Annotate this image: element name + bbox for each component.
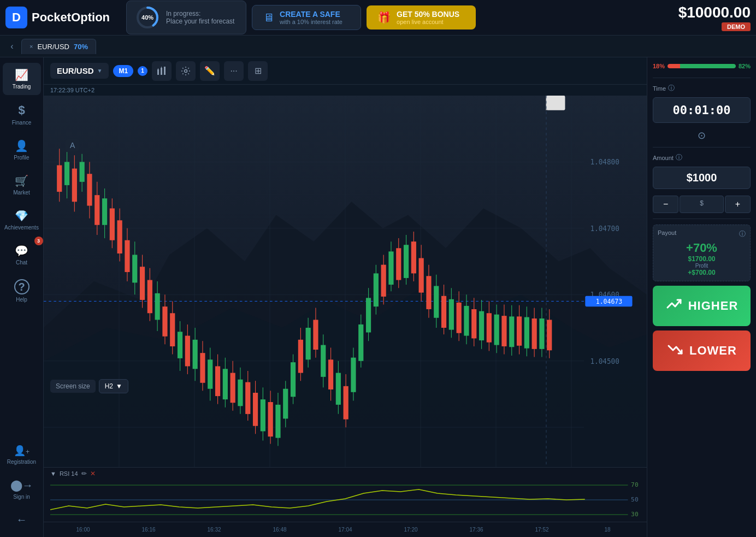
svg-rect-45	[132, 255, 137, 282]
payout-profit-value: +$700.00	[658, 269, 746, 276]
sidebar-item-registration[interactable]: 👤+ Registration	[3, 439, 41, 470]
sidebar-item-market[interactable]: 🛒 Market	[3, 169, 41, 201]
candlestick-chart: 1.04800 1.04700 1.04600 1.04500 1.04673	[44, 96, 647, 467]
tab-eurusd[interactable]: × EUR/USD 70%	[21, 39, 96, 54]
svg-rect-125	[434, 286, 439, 318]
svg-rect-85	[283, 389, 288, 419]
h2-selector[interactable]: H2 ▼	[99, 379, 128, 393]
progress-info: In progress: Place your first forecast	[166, 10, 234, 25]
settings-button[interactable]	[176, 61, 196, 81]
svg-rect-141	[494, 315, 499, 345]
timeframe-button[interactable]: M1	[113, 65, 133, 77]
bonus-button[interactable]: 🎁 GET 50% BONUS open live account	[367, 5, 476, 29]
time-clock-icon[interactable]: ⊙	[698, 129, 706, 141]
lower-button[interactable]: LOWER	[653, 331, 751, 371]
back-icon: ←	[16, 514, 27, 526]
chart-type-button[interactable]	[152, 61, 172, 81]
svg-rect-123	[426, 276, 431, 309]
svg-text:30: 30	[631, 511, 639, 518]
logo-text: PocketOption	[32, 10, 110, 25]
indicator-count-badge: 1	[138, 66, 147, 76]
sidebar-item-help[interactable]: ? Help	[3, 274, 41, 308]
risk-left-label: 18%	[653, 63, 665, 69]
sidebar-item-back[interactable]: ←	[3, 508, 41, 532]
svg-text:1.04673: 1.04673	[596, 298, 622, 305]
svg-rect-63	[200, 353, 205, 383]
registration-icon: 👤+	[14, 445, 29, 457]
trading-panel: 18% 82% Time ⓘ 00:01:00 ⊙ Amount ⓘ $1000…	[647, 57, 756, 537]
tab-close-icon[interactable]: ×	[29, 43, 33, 50]
payout-info-icon[interactable]: ⓘ	[739, 229, 746, 239]
higher-button[interactable]: HIGHER	[653, 286, 751, 326]
svg-rect-81	[268, 402, 273, 436]
logo-icon: D	[5, 7, 27, 28]
payout-profit-label: Profit	[658, 263, 746, 269]
svg-rect-93	[313, 320, 318, 350]
tab-payout: 70%	[74, 43, 88, 51]
pair-label: EUR/USD	[57, 66, 94, 75]
screen-size-label: Screen size	[50, 380, 96, 393]
svg-rect-49	[147, 280, 152, 314]
lower-label: LOWER	[689, 344, 737, 358]
svg-rect-129	[449, 299, 454, 330]
sidebar-item-signin[interactable]: ⬤→ Sign in	[3, 473, 41, 505]
amount-increase-button[interactable]: +	[725, 196, 751, 213]
payout-section: Payout ⓘ +70% $1700.00 Profit +$700.00	[653, 225, 751, 281]
payout-header: Payout ⓘ	[658, 229, 746, 239]
monitor-icon: 🖥	[263, 11, 274, 24]
sidebar-item-finance[interactable]: $ Finance	[3, 98, 41, 131]
svg-rect-111	[381, 265, 386, 297]
signin-icon: ⬤→	[10, 479, 33, 492]
svg-rect-117	[404, 245, 409, 278]
svg-rect-83	[275, 405, 280, 438]
balance-display: $10000.00 DEMO	[678, 4, 751, 31]
time-controls: ⊙	[653, 129, 751, 141]
svg-rect-73	[238, 380, 243, 406]
draw-button[interactable]: ✏️	[200, 61, 220, 81]
time-axis: 16:00 16:16 16:32 16:48 17:04 17:20 17:3…	[44, 522, 647, 537]
layout-button[interactable]: ⊞	[248, 61, 268, 81]
svg-rect-113	[388, 251, 393, 285]
svg-rect-31	[80, 162, 85, 181]
svg-rect-39	[110, 208, 115, 240]
tab-scroll-left[interactable]: ‹	[5, 40, 19, 53]
sidebar-item-trading[interactable]: 📈 Trading	[3, 63, 41, 95]
pair-selector[interactable]: EUR/USD ▼	[50, 63, 109, 79]
more-button[interactable]: ···	[224, 61, 244, 81]
lower-icon	[666, 340, 684, 361]
time-display: 00:01:00	[653, 97, 751, 123]
amount-currency-button[interactable]: $	[680, 196, 724, 213]
amount-info-icon[interactable]: ⓘ	[676, 153, 682, 162]
create-safe-text: CREATE A SAFE with a 10% interest rate	[280, 10, 342, 25]
progress-percent: 40%	[141, 14, 153, 21]
svg-rect-145	[509, 316, 514, 347]
svg-rect-155	[547, 320, 552, 350]
sidebar-item-achievements[interactable]: 💎 Achievements	[3, 204, 41, 236]
svg-rect-101	[344, 386, 349, 420]
pair-chevron-icon: ▼	[97, 68, 103, 74]
svg-rect-87	[291, 362, 296, 397]
svg-rect-135	[471, 309, 476, 338]
svg-rect-57	[178, 332, 182, 358]
time-info-icon[interactable]: ⓘ	[668, 84, 675, 93]
svg-rect-107	[366, 298, 371, 332]
svg-rect-133	[464, 306, 469, 336]
svg-text:1.04500: 1.04500	[590, 357, 619, 365]
logo: D PocketOption	[5, 7, 110, 28]
sidebar-item-chat[interactable]: 💬 3 Chat	[3, 239, 41, 271]
svg-rect-151	[532, 318, 537, 349]
payout-label: Payout	[658, 229, 676, 239]
rsi-collapse-icon[interactable]: ▼	[50, 470, 56, 477]
svg-rect-2	[157, 69, 159, 75]
amount-decrease-button[interactable]: −	[653, 196, 678, 213]
create-safe-button[interactable]: 🖥 CREATE A SAFE with a 10% interest rate	[252, 5, 361, 30]
time-tick-7: 17:52	[509, 527, 575, 533]
sidebar-bottom: 👤+ Registration ⬤→ Sign in ←	[3, 439, 41, 532]
rsi-close-icon[interactable]: ✕	[90, 470, 96, 477]
sidebar-item-profile[interactable]: 👤 Profile	[3, 134, 41, 166]
rsi-edit-icon[interactable]: ✏	[81, 470, 87, 477]
sidebar: 📈 Trading $ Finance 👤 Profile 🛒 Market 💎…	[0, 57, 44, 537]
chart-timestamp: 17:22:39 UTC+2	[44, 85, 647, 96]
svg-rect-121	[419, 258, 424, 293]
chart-toolbar: EUR/USD ▼ M1 1	[44, 57, 647, 85]
